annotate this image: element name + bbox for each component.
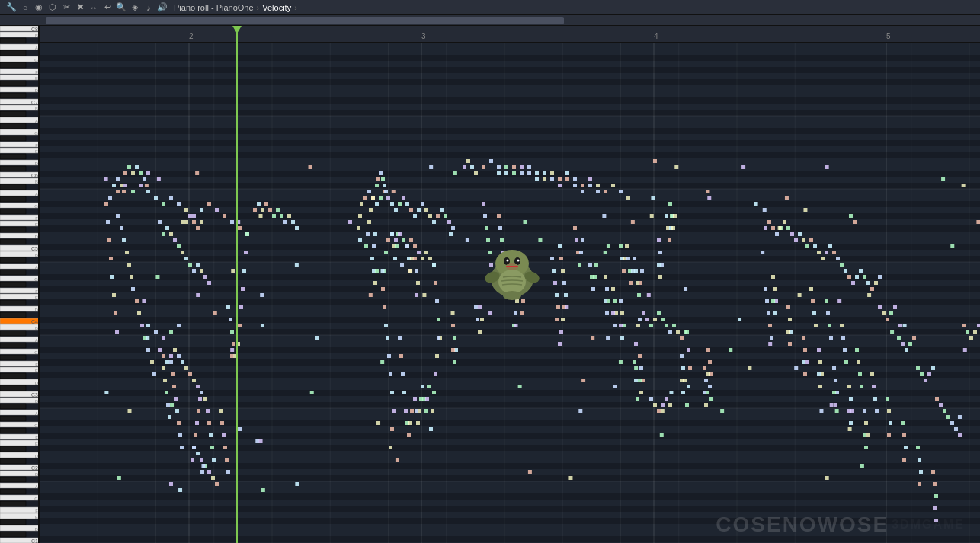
roll-canvas (40, 26, 980, 543)
measure-ruler: 2 3 4 5 (40, 26, 980, 43)
tool-note[interactable]: ♪ (143, 2, 154, 13)
title-sep: › (257, 3, 260, 12)
tool-cross[interactable]: ✖ (75, 2, 85, 13)
main-area: 2 3 4 5 (0, 26, 980, 543)
measure-2: 2 (189, 32, 194, 42)
horizontal-scrollbar[interactable] (0, 15, 980, 26)
toolbar-icons: 🔧 ○ ◉ ⬡ ✂ ✖ ↔ ↩ 🔍 ◈ ♪ 🔊 (6, 2, 168, 13)
title-active: Velocity (262, 3, 291, 12)
measure-5: 5 (886, 32, 891, 42)
tool-cut[interactable]: ✂ (61, 2, 72, 13)
tool-hex[interactable]: ⬡ (47, 2, 58, 13)
scroll-thumb[interactable] (46, 17, 564, 24)
title-main: Piano roll - PianoOne (174, 3, 254, 12)
title-chevron: › (294, 3, 297, 12)
tool-zoom[interactable]: 🔍 (116, 2, 127, 13)
measure-3: 3 (421, 32, 426, 42)
tool-speaker[interactable]: 🔊 (157, 2, 168, 13)
tool-magnet[interactable]: 🔧 (6, 2, 17, 13)
tool-dot[interactable]: ◉ (34, 2, 44, 13)
tool-arrows[interactable]: ↔ (88, 2, 99, 13)
tool-undo[interactable]: ↩ (102, 2, 113, 13)
piano-keyboard[interactable] (0, 26, 40, 543)
titlebar: 🔧 ○ ◉ ⬡ ✂ ✖ ↔ ↩ 🔍 ◈ ♪ 🔊 Piano roll - Pia… (0, 0, 980, 15)
tool-snap[interactable]: ◈ (130, 2, 140, 13)
piano-roll-grid[interactable]: 2 3 4 5 (40, 26, 980, 543)
tool-circle[interactable]: ○ (20, 2, 30, 13)
measure-4: 4 (654, 32, 658, 42)
window-title: Piano roll - PianoOne › Velocity › (174, 3, 297, 12)
